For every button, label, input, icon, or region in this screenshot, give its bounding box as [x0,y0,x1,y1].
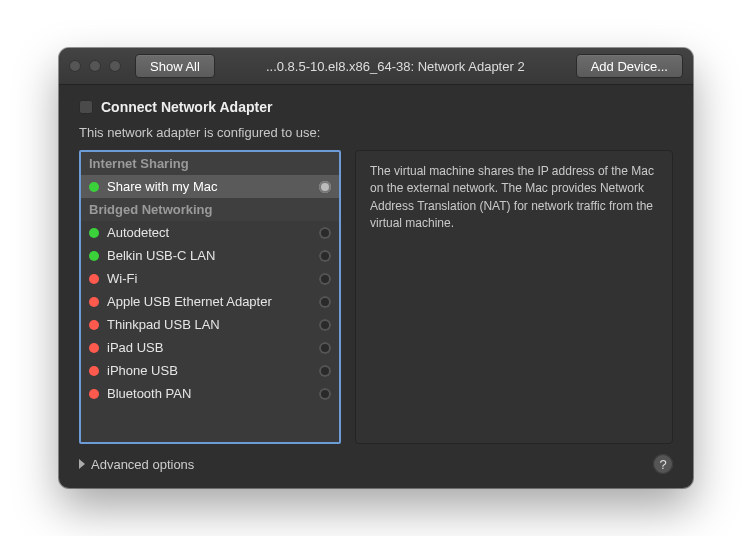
list-item[interactable]: Thinkpad USB LAN [81,313,339,336]
config-subtext: This network adapter is configured to us… [79,125,673,140]
group-header-bridged: Bridged Networking [81,198,339,221]
status-dot-icon [89,366,99,376]
status-dot-icon [89,182,99,192]
list-item[interactable]: Share with my Mac [81,175,339,198]
minimize-icon[interactable] [89,60,101,72]
radio-indicator[interactable] [319,181,331,193]
help-button[interactable]: ? [653,454,673,474]
list-item-label: Share with my Mac [107,179,311,194]
list-scroll[interactable]: Internet Sharing Share with my Mac Bridg… [81,152,339,442]
list-item-label: iPhone USB [107,363,311,378]
list-item[interactable]: iPad USB [81,336,339,359]
list-item-label: Apple USB Ethernet Adapter [107,294,311,309]
zoom-icon[interactable] [109,60,121,72]
status-dot-icon [89,274,99,284]
traffic-lights [69,60,121,72]
network-source-list[interactable]: Internet Sharing Share with my Mac Bridg… [79,150,341,444]
titlebar: Show All ...0.8.5-10.el8.x86_64-38: Netw… [59,48,693,85]
status-dot-icon [89,389,99,399]
list-item[interactable]: Autodetect [81,221,339,244]
radio-indicator[interactable] [319,273,331,285]
status-dot-icon [89,343,99,353]
list-item-label: Bluetooth PAN [107,386,311,401]
list-item[interactable]: Apple USB Ethernet Adapter [81,290,339,313]
list-item-label: Wi-Fi [107,271,311,286]
settings-window: Show All ...0.8.5-10.el8.x86_64-38: Netw… [59,48,693,488]
connect-adapter-row[interactable]: Connect Network Adapter [79,99,673,115]
list-item-label: iPad USB [107,340,311,355]
info-panel: The virtual machine shares the IP addres… [355,150,673,444]
info-text: The virtual machine shares the IP addres… [370,164,654,230]
list-item-label: Thinkpad USB LAN [107,317,311,332]
status-dot-icon [89,320,99,330]
list-item[interactable]: iPhone USB [81,359,339,382]
connect-checkbox[interactable] [79,100,93,114]
radio-indicator[interactable] [319,319,331,331]
status-dot-icon [89,228,99,238]
panes: Internet Sharing Share with my Mac Bridg… [79,150,673,444]
radio-indicator[interactable] [319,388,331,400]
list-item-label: Autodetect [107,225,311,240]
content-area: Connect Network Adapter This network ada… [59,85,693,488]
list-item[interactable]: Wi-Fi [81,267,339,290]
close-icon[interactable] [69,60,81,72]
status-dot-icon [89,251,99,261]
advanced-label: Advanced options [91,457,194,472]
disclosure-triangle-icon [79,459,85,469]
show-all-button[interactable]: Show All [135,54,215,78]
group-header-internet-sharing: Internet Sharing [81,152,339,175]
footer: Advanced options ? [79,454,673,474]
add-device-button[interactable]: Add Device... [576,54,683,78]
radio-indicator[interactable] [319,342,331,354]
list-item[interactable]: Bluetooth PAN [81,382,339,405]
radio-indicator[interactable] [319,250,331,262]
advanced-options-toggle[interactable]: Advanced options [79,457,194,472]
connect-label: Connect Network Adapter [101,99,272,115]
list-item-label: Belkin USB-C LAN [107,248,311,263]
status-dot-icon [89,297,99,307]
radio-indicator[interactable] [319,296,331,308]
radio-indicator[interactable] [319,365,331,377]
window-title: ...0.8.5-10.el8.x86_64-38: Network Adapt… [223,59,568,74]
radio-indicator[interactable] [319,227,331,239]
list-item[interactable]: Belkin USB-C LAN [81,244,339,267]
